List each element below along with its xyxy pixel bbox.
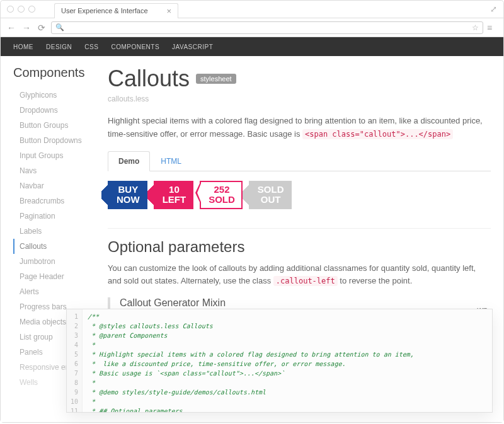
window-controls — [7, 6, 35, 13]
line-numbers: 1234567891011121314 — [67, 309, 83, 412]
nav-javascript[interactable]: JAVASCRIPT — [172, 43, 213, 50]
callout-left: 10 LEFT — [154, 181, 194, 209]
nav-css[interactable]: CSS — [84, 43, 98, 50]
browser-window: User Experience & Interface × ⤢ ← → ⟳ 🔍 … — [0, 0, 504, 423]
demo-row: BUY NOW 10 LEFT 252 SOLD SOLD OUT — [108, 181, 491, 209]
sidebar-item-page-header[interactable]: Page Header — [13, 269, 98, 284]
nav-components[interactable]: COMPONENTS — [111, 43, 159, 50]
code-body: /** * @styles callouts.less Callouts * @… — [83, 309, 442, 412]
sidebar-item-labels[interactable]: Labels — [13, 224, 98, 239]
maximize-window-button[interactable] — [28, 6, 35, 13]
titlebar: User Experience & Interface × ⤢ — [1, 1, 503, 18]
close-window-button[interactable] — [7, 6, 14, 13]
sidebar-item-alerts[interactable]: Alerts — [13, 284, 98, 299]
callout-sold-out: SOLD OUT — [249, 181, 292, 209]
usage-code: <span class="callout">...</span> — [302, 129, 453, 139]
mixin-title: Callout Generator Mixin — [120, 297, 491, 309]
code-panel: 1234567891011121314 /** * @styles callou… — [66, 309, 493, 413]
forward-button[interactable]: → — [21, 22, 32, 33]
tab-html[interactable]: HTML — [150, 151, 192, 171]
sidebar-item-input-groups[interactable]: Input Groups — [13, 148, 98, 163]
site-nav: HOME DESIGN CSS COMPONENTS JAVASCRIPT — [1, 37, 503, 56]
callout-buy-now: BUY NOW — [108, 181, 147, 209]
browser-tab[interactable]: User Experience & Interface × — [54, 3, 178, 18]
sidebar-item-dropdowns[interactable]: Dropdowns — [13, 103, 98, 118]
nav-home[interactable]: HOME — [13, 43, 33, 50]
callout-left-code: .callout-left — [273, 276, 338, 286]
stylesheet-badge: stylesheet — [196, 74, 236, 84]
expand-icon[interactable]: ⤢ — [490, 4, 497, 14]
minimize-window-button[interactable] — [18, 6, 25, 13]
mixin-block: Callout Generator Mixin — [108, 297, 491, 309]
sidebar-item-button-dropdowns[interactable]: Button Dropdowns — [13, 133, 98, 148]
description: Highlight special items with a colored f… — [108, 115, 491, 141]
nav-design[interactable]: DESIGN — [46, 43, 72, 50]
search-icon: 🔍 — [55, 23, 64, 32]
tabs: Demo HTML — [108, 151, 491, 171]
bookmark-star-icon[interactable]: ☆ — [472, 23, 479, 32]
section-description: You can customize the look of callouts b… — [108, 262, 491, 289]
file-name: callouts.less — [108, 95, 491, 103]
sidebar-item-pagination[interactable]: Pagination — [13, 209, 98, 224]
page-title: Callouts stylesheet — [108, 66, 491, 92]
sidebar-item-button-groups[interactable]: Button Groups — [13, 118, 98, 133]
browser-toolbar: ← → ⟳ 🔍 ☆ ≡ — [1, 18, 503, 37]
sidebar-item-navbar[interactable]: Navbar — [13, 178, 98, 193]
tab-title: User Experience & Interface — [61, 7, 148, 14]
callout-sold: 252 SOLD — [200, 181, 243, 209]
sidebar-title: Components — [13, 66, 98, 80]
sidebar-item-glyphicons[interactable]: Glyphicons — [13, 88, 98, 103]
hamburger-menu-icon[interactable]: ≡ — [487, 23, 498, 33]
section-title: Optional parameters — [108, 228, 491, 256]
sidebar-item-navs[interactable]: Navs — [13, 163, 98, 178]
reload-button[interactable]: ⟳ — [36, 22, 47, 33]
tab-demo[interactable]: Demo — [108, 151, 150, 171]
page-title-text: Callouts — [108, 66, 190, 92]
sidebar-item-callouts[interactable]: Callouts — [13, 239, 98, 254]
sidebar-item-jumbotron[interactable]: Jumbotron — [13, 254, 98, 269]
sidebar-item-breadcrumbs[interactable]: Breadcrumbs — [13, 193, 98, 209]
close-tab-icon[interactable]: × — [167, 6, 172, 16]
address-bar[interactable]: 🔍 ☆ — [51, 21, 483, 34]
back-button[interactable]: ← — [6, 22, 17, 33]
